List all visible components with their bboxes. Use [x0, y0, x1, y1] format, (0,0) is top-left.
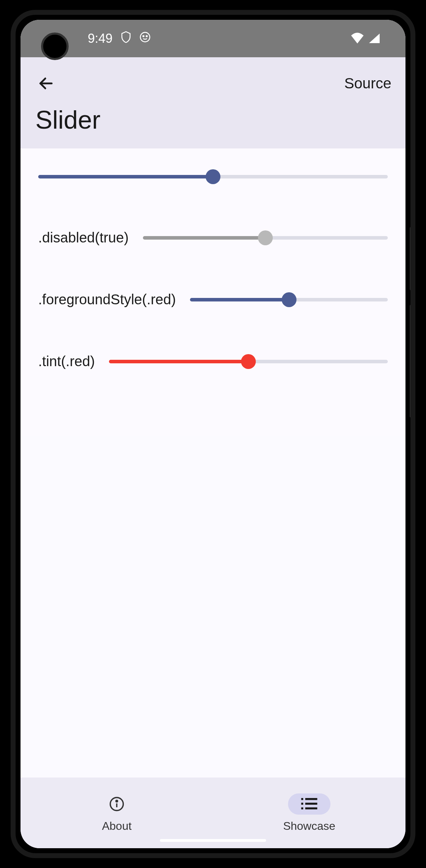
svg-point-1	[143, 36, 144, 37]
nav-showcase[interactable]: Showcase	[213, 778, 405, 848]
nav-label-showcase: Showcase	[283, 820, 335, 833]
face-icon	[139, 31, 151, 46]
slider-track-fg	[38, 175, 213, 178]
slider-row-tint: .tint(.red)	[38, 353, 388, 369]
home-indicator[interactable]	[160, 839, 266, 842]
signal-icon	[368, 32, 381, 45]
back-button[interactable]	[35, 72, 57, 95]
slider-default[interactable]	[38, 170, 388, 184]
content: .disabled(true) .foregroundStyle(.red) .…	[21, 148, 405, 436]
svg-rect-10	[305, 803, 317, 805]
source-link[interactable]: Source	[344, 75, 391, 92]
svg-rect-8	[305, 798, 317, 800]
slider-tint[interactable]	[109, 354, 388, 369]
bottom-nav: About Showcase	[21, 778, 405, 848]
shield-icon	[120, 31, 132, 47]
slider-row-disabled: .disabled(true)	[38, 230, 388, 246]
nav-label-about: About	[102, 820, 132, 833]
svg-point-2	[146, 36, 147, 37]
slider-thumb[interactable]	[241, 354, 256, 369]
svg-rect-12	[305, 807, 317, 809]
screen: 9:49	[21, 20, 405, 848]
nav-about[interactable]: About	[21, 778, 213, 848]
slider-thumb[interactable]	[206, 169, 220, 184]
app-header: Source Slider	[21, 57, 405, 148]
slider-thumb[interactable]	[282, 292, 297, 307]
slider-label-disabled: .disabled(true)	[38, 230, 129, 246]
svg-rect-7	[301, 798, 303, 800]
status-bar: 9:49	[21, 20, 405, 57]
slider-track-fg	[143, 236, 265, 240]
page-title: Slider	[21, 105, 405, 134]
nav-icon-wrap-showcase	[288, 793, 330, 815]
volume-button[interactable]	[410, 305, 413, 418]
nav-icon-wrap-about	[96, 793, 138, 815]
wifi-icon	[350, 32, 364, 45]
slider-label-foreground: .foregroundStyle(.red)	[38, 292, 176, 307]
status-time: 9:49	[88, 31, 113, 46]
arrow-left-icon	[38, 75, 54, 92]
svg-point-0	[140, 33, 150, 42]
slider-track-fg	[109, 360, 248, 363]
power-button[interactable]	[410, 227, 413, 291]
slider-track-fg	[190, 298, 289, 301]
svg-rect-11	[301, 807, 303, 809]
svg-rect-9	[301, 803, 303, 805]
info-icon	[109, 796, 125, 812]
slider-label-tint: .tint(.red)	[38, 353, 95, 369]
front-camera	[41, 33, 69, 60]
slider-thumb	[258, 230, 273, 245]
list-icon	[301, 798, 317, 810]
slider-row-default	[38, 170, 388, 184]
svg-point-6	[116, 800, 117, 802]
slider-foreground[interactable]	[190, 293, 388, 307]
slider-row-foreground: .foregroundStyle(.red)	[38, 292, 388, 307]
phone-frame: 9:49	[11, 10, 415, 858]
slider-disabled	[143, 231, 388, 245]
